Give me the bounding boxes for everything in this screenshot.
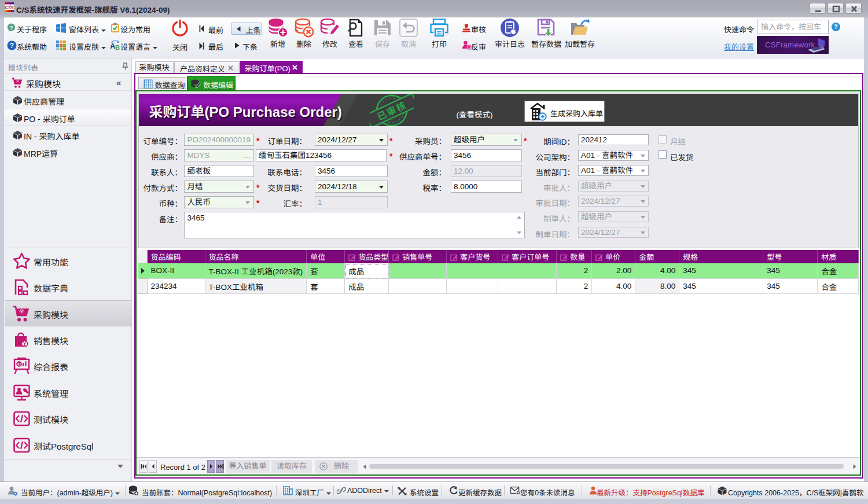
svg-text:B: B <box>115 44 120 50</box>
svg-text:?: ? <box>10 24 13 31</box>
svg-text:¥: ¥ <box>23 341 27 347</box>
svg-text:?: ? <box>834 23 837 30</box>
svg-text:?: ? <box>10 42 14 50</box>
svg-text:C/S: C/S <box>5 4 14 10</box>
